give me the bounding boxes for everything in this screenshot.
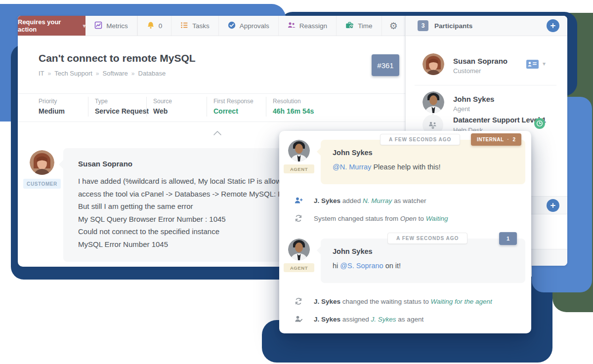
breadcrumb-separator: » — [48, 70, 51, 77]
internal-note-bubble: John Sykes @N. Murray Please help with t… — [321, 140, 525, 184]
timeline-event: J. Sykes assigned J. Sykes as agent — [314, 316, 523, 323]
person-plus-icon — [294, 196, 303, 205]
event-action: to — [417, 215, 426, 222]
avatar — [423, 91, 444, 113]
reassign-button[interactable]: Reassign — [278, 16, 336, 36]
timeline-event: J. Sykes changed the waiting status to W… — [314, 298, 523, 305]
field-label: First Response — [213, 98, 254, 105]
event-action: changed the waiting status to — [340, 298, 430, 305]
divider — [415, 85, 556, 85]
reply-count-badge: 1 — [499, 232, 517, 245]
tasks-label: Tasks — [192, 22, 210, 30]
timestamp-pill: A FEW SECONDS AGO — [387, 233, 467, 244]
ticket-id-badge: #361 — [372, 54, 399, 76]
participant-name: Datacenter Support Level 1 — [453, 116, 546, 124]
field-value: Medium — [39, 107, 65, 115]
field-priority: Priority Medium — [39, 98, 65, 115]
breadcrumb-item[interactable]: Tech Support — [54, 70, 92, 77]
event-suffix: as agent — [396, 316, 424, 323]
participant-name: Susan Soprano — [453, 57, 508, 65]
approvals-label: Approvals — [240, 22, 269, 30]
field-value: Correct — [213, 107, 254, 115]
avatar — [288, 140, 310, 162]
customer-badge: CUSTOMER — [23, 179, 61, 189]
refresh-icon — [294, 214, 303, 223]
breadcrumb-item[interactable]: Database — [138, 70, 166, 77]
gear-icon: ⚙ — [389, 21, 398, 31]
field-label: Resolution — [273, 98, 314, 105]
participant-role: Customer — [453, 67, 481, 75]
tasks-button[interactable]: Tasks — [171, 16, 218, 36]
breadcrumb-separator: » — [131, 70, 135, 77]
event-target: N. Murray — [363, 197, 392, 204]
field-value: 46h 16m 54s — [273, 107, 314, 115]
breadcrumb-item[interactable]: IT — [39, 70, 44, 77]
badge-separator: · — [508, 137, 509, 142]
field-label: Type — [95, 98, 149, 105]
divider — [18, 121, 405, 122]
note-author: John Sykes — [333, 149, 513, 157]
breadcrumb-item[interactable]: Software — [103, 70, 128, 77]
field-divider — [88, 97, 88, 117]
mention-link[interactable]: @S. Soprano — [340, 262, 383, 270]
event-emphasis: Open — [400, 215, 417, 222]
contact-card-icon[interactable] — [526, 60, 539, 71]
notifications-button[interactable]: 0 — [137, 16, 171, 36]
bubble-tail — [59, 160, 63, 169]
field-value: Service Request — [95, 107, 149, 115]
tasks-icon — [180, 21, 188, 31]
event-actor: J. Sykes — [314, 197, 340, 204]
schedule-clock-icon — [534, 118, 545, 131]
participants-title: Participants — [434, 22, 472, 30]
note-text: hi @S. Soprano on it! — [333, 262, 513, 270]
plus-icon — [550, 202, 556, 208]
note-author: John Sykes — [333, 247, 513, 255]
event-actor: J. Sykes — [314, 316, 340, 323]
note-text-after: on it! — [383, 262, 401, 270]
ticket-toolbar: Requires your action ▾ Metrics 0 — [18, 16, 405, 36]
field-first-response: First Response Correct — [213, 98, 254, 115]
metrics-label: Metrics — [106, 22, 128, 30]
avatar — [288, 239, 310, 260]
timeline-event: System changed status from Open to Waiti… — [314, 215, 523, 222]
people-icon — [288, 21, 296, 31]
participants-header: 3 Participants — [406, 16, 567, 36]
time-button[interactable]: Time — [336, 16, 381, 36]
field-label: Source — [153, 98, 172, 105]
breadcrumb-separator: » — [96, 70, 99, 77]
event-action: System changed status from — [314, 215, 400, 222]
event-suffix: as watcher — [392, 197, 426, 204]
bell-icon — [147, 21, 155, 31]
reassign-label: Reassign — [299, 22, 327, 30]
participant-name: John Sykes — [453, 95, 494, 103]
note-text: @N. Murray Please help with this! — [333, 163, 513, 171]
note-text-before: hi — [333, 262, 340, 270]
avatar — [30, 150, 54, 175]
collapse-chevron-icon[interactable] — [213, 128, 221, 137]
requires-action-button[interactable]: Requires your action ▾ — [18, 16, 85, 36]
internal-badge-label: INTERNAL — [477, 137, 504, 142]
page: Requires your action ▾ Metrics 0 — [0, 0, 593, 364]
participant-role: Agent — [453, 105, 470, 113]
briefcase-clock-icon — [345, 21, 354, 31]
caret-down-icon[interactable]: ▾ — [543, 60, 546, 67]
event-target: J. Sykes — [371, 316, 396, 323]
avatar — [423, 53, 444, 75]
field-divider — [146, 97, 147, 117]
metrics-icon — [94, 21, 102, 31]
settings-button[interactable]: ⚙ — [381, 16, 405, 36]
field-divider — [207, 97, 207, 117]
field-value: Web — [153, 107, 172, 115]
mention-link[interactable]: @N. Murray — [333, 163, 371, 171]
approvals-button[interactable]: Approvals — [218, 16, 278, 36]
timeline-card: AGENT John Sykes @N. Murray Please help … — [279, 131, 531, 333]
add-participant-button[interactable] — [547, 19, 559, 32]
notification-count: 0 — [159, 22, 163, 30]
refresh-icon — [294, 297, 303, 306]
metrics-button[interactable]: Metrics — [85, 16, 137, 36]
internal-badge: INTERNAL · 2 — [471, 133, 521, 146]
agent-badge: AGENT — [284, 263, 314, 272]
participants-count-badge: 3 — [418, 20, 428, 31]
add-item-button[interactable] — [547, 199, 559, 212]
internal-badge-count: 2 — [512, 137, 515, 142]
